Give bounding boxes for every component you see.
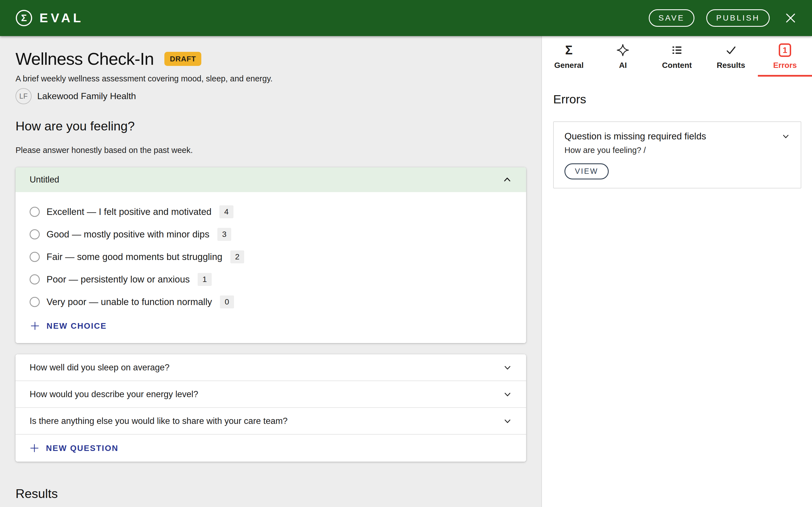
choice-radio[interactable]: [30, 229, 40, 239]
active-question-title: Untitled: [30, 175, 59, 185]
choice-label[interactable]: Excellent — I felt positive and motivate…: [47, 207, 211, 217]
plus-icon: [30, 443, 39, 453]
tab-content-label: Content: [662, 61, 692, 70]
list-icon: [671, 44, 683, 56]
choice-radio[interactable]: [30, 274, 40, 284]
error-count-badge-icon: 1: [779, 43, 791, 57]
choice-value-badge[interactable]: 2: [231, 250, 245, 263]
chevron-down-icon[interactable]: [503, 363, 512, 372]
app-header: Σ EVAL SAVE PUBLISH: [0, 0, 812, 36]
collapsed-question-row[interactable]: How would you describe your energy level…: [15, 381, 526, 408]
inspector-sidebar: Σ General AI: [541, 36, 812, 507]
active-question-card-header[interactable]: Untitled: [15, 167, 526, 192]
brand-name: EVAL: [40, 11, 84, 25]
active-question-card: Untitled Excellent — I felt positive and…: [15, 167, 526, 343]
tab-errors-label: Errors: [773, 61, 797, 70]
brand-logo: Σ EVAL: [16, 10, 84, 26]
choice-row[interactable]: Poor — persistently low or anxious 1: [30, 268, 512, 291]
organization-avatar: LF: [15, 88, 32, 104]
choice-value-badge[interactable]: 0: [220, 295, 234, 308]
tab-general[interactable]: Σ General: [542, 43, 596, 76]
question-subtext: Please answer honestly based on the past…: [15, 145, 541, 155]
form-editor-pane: Wellness Check-In DRAFT A brief weekly w…: [0, 36, 541, 507]
active-question-body: Excellent — I felt positive and motivate…: [15, 192, 526, 343]
choice-radio[interactable]: [30, 297, 40, 307]
choice-row[interactable]: Very poor — unable to function normally …: [30, 291, 512, 313]
tab-content[interactable]: Content: [650, 43, 704, 76]
error-card-title: Question is missing required fields: [564, 130, 706, 142]
tab-results[interactable]: Results: [704, 43, 758, 76]
active-tab-indicator: [758, 75, 812, 76]
choice-label[interactable]: Very poor — unable to function normally: [47, 297, 212, 307]
choice-value-badge[interactable]: 3: [217, 228, 232, 241]
new-choice-label: NEW CHOICE: [47, 321, 107, 331]
choice-label[interactable]: Good — mostly positive with minor dips: [47, 229, 209, 240]
view-error-button[interactable]: VIEW: [564, 163, 609, 179]
form-description: A brief weekly wellness assessment cover…: [15, 74, 541, 83]
chevron-down-icon[interactable]: [781, 132, 790, 140]
close-button[interactable]: [785, 12, 796, 24]
collapsed-question-label: How would you describe your energy level…: [30, 389, 198, 399]
choice-radio[interactable]: [30, 207, 40, 217]
sigma-icon: Σ: [565, 44, 573, 56]
error-card-subtitle: How are you feeling? /: [564, 146, 790, 155]
choice-label[interactable]: Poor — persistently low or anxious: [47, 274, 190, 285]
new-choice-button[interactable]: NEW CHOICE: [30, 321, 107, 331]
new-question-row: NEW QUESTION: [15, 435, 526, 462]
choice-value-badge[interactable]: 1: [198, 273, 212, 286]
tab-errors[interactable]: 1 Errors: [758, 43, 812, 76]
sparkle-icon: [617, 44, 629, 56]
collapsed-question-row[interactable]: How well did you sleep on average?: [15, 354, 526, 381]
collapsed-question-label: Is there anything else you would like to…: [30, 416, 288, 426]
save-button[interactable]: SAVE: [649, 9, 695, 27]
tab-ai[interactable]: AI: [596, 43, 650, 76]
sigma-logo-icon: Σ: [16, 10, 32, 26]
draft-status-badge: DRAFT: [164, 52, 201, 66]
choice-row[interactable]: Fair — some good moments but struggling …: [30, 245, 512, 268]
choice-row[interactable]: Excellent — I felt positive and motivate…: [30, 201, 512, 223]
question-heading: How are you feeling?: [15, 119, 541, 133]
questions-accordion: How well did you sleep on average? How w…: [15, 354, 526, 462]
chevron-down-icon[interactable]: [503, 390, 512, 399]
errors-panel-heading: Errors: [553, 93, 812, 106]
organization-row: LF Lakewood Family Health: [15, 88, 541, 104]
plus-icon: [30, 321, 40, 331]
sidebar-tabs: Σ General AI: [542, 36, 812, 76]
close-icon: [785, 12, 796, 24]
form-title: Wellness Check-In: [15, 49, 154, 69]
tab-results-label: Results: [717, 61, 745, 70]
collapsed-question-row[interactable]: Is there anything else you would like to…: [15, 408, 526, 435]
choice-label[interactable]: Fair — some good moments but struggling: [47, 251, 222, 262]
header-actions: SAVE PUBLISH: [649, 9, 796, 27]
error-card: Question is missing required fields How …: [553, 121, 801, 188]
tab-general-label: General: [554, 61, 583, 70]
publish-button[interactable]: PUBLISH: [706, 9, 770, 27]
new-question-button[interactable]: NEW QUESTION: [30, 443, 118, 453]
choice-value-badge[interactable]: 4: [219, 205, 234, 218]
choice-radio[interactable]: [30, 252, 40, 262]
organization-name: Lakewood Family Health: [37, 91, 136, 101]
collapsed-question-label: How well did you sleep on average?: [30, 362, 169, 373]
new-question-label: NEW QUESTION: [46, 444, 118, 453]
chevron-down-icon[interactable]: [503, 416, 512, 426]
results-section-heading: Results: [15, 487, 541, 501]
check-icon: [725, 44, 737, 56]
tab-ai-label: AI: [619, 61, 627, 70]
chevron-up-icon[interactable]: [502, 175, 512, 184]
choice-row[interactable]: Good — mostly positive with minor dips 3: [30, 223, 512, 245]
